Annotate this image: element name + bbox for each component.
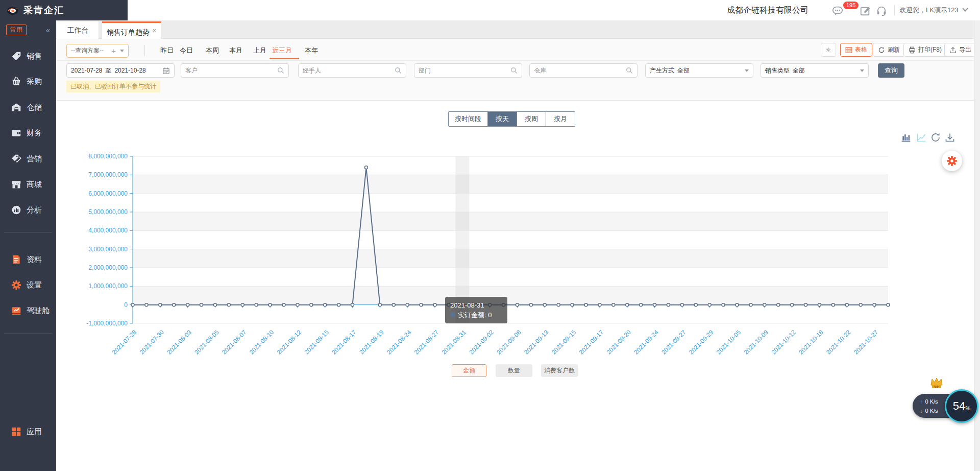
svg-text:2021-09-02: 2021-09-02 xyxy=(468,328,495,356)
customer-search-field[interactable] xyxy=(181,63,289,78)
tab-sales-order-trend[interactable]: 销售订单趋势× xyxy=(102,21,161,39)
sidebar-item-sales[interactable]: 销售 xyxy=(0,45,56,67)
svg-text:4,000,000,000: 4,000,000,000 xyxy=(88,227,128,234)
store-icon xyxy=(11,179,21,190)
svg-text:3,000,000,000: 3,000,000,000 xyxy=(88,246,128,253)
query-button[interactable]: 查询 xyxy=(878,63,904,78)
query-plan-select[interactable]: --查询方案-- + xyxy=(66,44,129,58)
dropdown-arrow-icon[interactable] xyxy=(120,50,124,52)
period-tab-by-interval[interactable]: 按时间段 xyxy=(449,112,487,126)
pinned-common-tag[interactable]: 常用 xyxy=(6,25,27,35)
user-menu[interactable]: 欢迎您，LK演示123 xyxy=(899,0,967,20)
dropdown-arrow-icon[interactable] xyxy=(745,69,749,72)
divider xyxy=(56,60,980,61)
period-tab-by-day[interactable]: 按天 xyxy=(487,112,517,126)
period-tab-by-month[interactable]: 按月 xyxy=(546,112,575,126)
calendar-icon[interactable] xyxy=(162,67,170,75)
quick-range-this-month[interactable]: 本月 xyxy=(229,44,242,57)
add-plan-icon[interactable]: + xyxy=(111,46,116,55)
headset-icon[interactable] xyxy=(876,5,887,16)
close-tab-icon[interactable]: × xyxy=(153,27,156,34)
metric-button-quantity[interactable]: 数量 xyxy=(496,364,532,377)
sidebar-item-apps[interactable]: 应用 xyxy=(0,420,56,443)
sidebar-item-analysis[interactable]: 分析 xyxy=(0,199,56,221)
sidebar-item-finance[interactable]: 财务 xyxy=(0,122,56,144)
sidebar-item-warehouse[interactable]: 仓储 xyxy=(0,96,56,119)
message-bubble-icon[interactable] xyxy=(832,5,843,16)
quick-range-last-month[interactable]: 上月 xyxy=(253,44,266,57)
date-range-field[interactable]: 2021-07-28 至 2021-10-28 xyxy=(66,63,175,78)
metric-button-customer-count[interactable]: 消费客户数 xyxy=(541,364,578,377)
feedback-edit-icon[interactable] xyxy=(860,5,871,16)
upload-speed: 0 K/s xyxy=(925,398,938,405)
sidebar-item-purchase[interactable]: 采购 xyxy=(0,70,56,92)
svg-text:2021-07-30: 2021-07-30 xyxy=(138,328,166,356)
usage-percent-circle[interactable]: 54% xyxy=(945,389,978,423)
handler-search-field[interactable] xyxy=(298,63,406,78)
select-label: 销售类型 xyxy=(765,66,790,75)
quick-range-today[interactable]: 今日 xyxy=(180,44,193,57)
notice-banner: 已取消、已驳回订单不参与统计 xyxy=(66,81,160,92)
sales-type-select[interactable]: 销售类型 全部 xyxy=(761,63,869,78)
handler-input[interactable] xyxy=(303,67,395,74)
svg-text:VIP: VIP xyxy=(934,385,939,388)
sidebar-item-cockpit[interactable]: 驾驶舱 xyxy=(0,299,56,322)
search-icon[interactable] xyxy=(395,67,402,74)
download-chart-icon[interactable] xyxy=(945,132,955,143)
message-count-badge[interactable]: 195 xyxy=(843,2,859,9)
customer-input[interactable] xyxy=(185,67,277,74)
sidebar: 常用 « 销售 采购 仓储 财务 营销 商城 分析 xyxy=(0,20,56,471)
floating-settings-button[interactable] xyxy=(942,151,962,171)
warehouse-input[interactable] xyxy=(534,67,626,74)
source-type-select[interactable]: 产生方式 全部 xyxy=(645,63,753,78)
sidebar-item-label: 仓储 xyxy=(27,103,42,112)
tab-bar: 工作台 销售订单趋势× xyxy=(56,20,980,39)
sidebar-item-label: 销售 xyxy=(27,52,42,61)
search-icon[interactable] xyxy=(277,67,284,74)
svg-text:7,000,000,000: 7,000,000,000 xyxy=(88,171,128,178)
svg-text:2021-10-09: 2021-10-09 xyxy=(743,328,770,356)
line-chart-icon[interactable] xyxy=(916,132,926,143)
search-icon[interactable] xyxy=(626,67,633,74)
table-view-button[interactable]: 表格 xyxy=(840,43,872,57)
trend-line-chart: 8,000,000,0007,000,000,0006,000,000,0005… xyxy=(66,149,934,368)
warehouse-search-field[interactable] xyxy=(529,63,638,78)
refresh-button[interactable]: 刷新 xyxy=(873,43,905,57)
svg-text:0: 0 xyxy=(124,301,128,309)
header-divider xyxy=(894,5,895,15)
gear-icon xyxy=(826,46,831,54)
select-label: 产生方式 xyxy=(650,66,674,75)
quick-range-this-year[interactable]: 本年 xyxy=(305,44,318,57)
printer-icon xyxy=(909,46,916,54)
document-icon xyxy=(11,254,21,265)
period-tab-group: 按时间段 按天 按周 按月 xyxy=(448,111,575,127)
settings-gear-button[interactable] xyxy=(821,43,836,57)
print-button[interactable]: 打印(F8) xyxy=(903,43,947,57)
export-button[interactable]: 导出 xyxy=(944,43,976,57)
period-tab-by-week[interactable]: 按周 xyxy=(517,112,546,126)
dropdown-arrow-icon[interactable] xyxy=(860,69,864,72)
svg-text:2021-08-17: 2021-08-17 xyxy=(330,328,358,356)
quick-range-this-week[interactable]: 本周 xyxy=(206,44,219,57)
sidebar-item-mall[interactable]: 商城 xyxy=(0,173,56,196)
svg-text:2021-07-28: 2021-07-28 xyxy=(111,328,138,356)
quick-range-last-3-months[interactable]: 近三月 xyxy=(272,44,292,57)
sidebar-divider xyxy=(4,333,52,334)
svg-text:2021-10-18: 2021-10-18 xyxy=(797,328,825,356)
collapse-sidebar-icon[interactable]: « xyxy=(46,26,50,34)
sidebar-item-data[interactable]: 资料 xyxy=(0,248,56,271)
department-search-field[interactable] xyxy=(414,63,522,78)
analysis-icon xyxy=(11,205,21,215)
bar-chart-icon[interactable] xyxy=(901,132,911,143)
tab-workbench[interactable]: 工作台 xyxy=(57,21,99,39)
quick-range-yesterday[interactable]: 昨日 xyxy=(160,44,174,57)
refresh-chart-icon[interactable] xyxy=(930,132,941,143)
department-input[interactable] xyxy=(419,67,510,74)
sidebar-item-marketing[interactable]: 营销 xyxy=(0,148,56,170)
search-icon[interactable] xyxy=(510,67,518,74)
metric-button-amount[interactable]: 金额 xyxy=(452,364,486,377)
sidebar-item-settings[interactable]: 设置 xyxy=(0,274,56,296)
sidebar-item-label: 财务 xyxy=(27,128,42,138)
svg-text:2021-08-31: 2021-08-31 xyxy=(440,328,468,356)
system-status-widget[interactable]: VIP ↑0 K/s ↓0 K/s 54% xyxy=(913,377,980,428)
